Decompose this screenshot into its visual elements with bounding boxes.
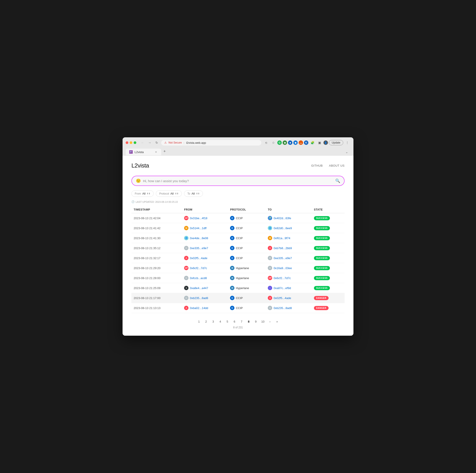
tab-close-button[interactable]: ✕ (154, 150, 158, 154)
from-address[interactable]: 0x5144...1dff (190, 227, 206, 230)
state-badge: SUCCESS (314, 226, 330, 230)
from-address[interactable]: 0xfccb...acd8 (190, 277, 207, 280)
from-address[interactable]: 0x02f5...4ade (190, 257, 207, 260)
from-address[interactable]: 0xba02...14dd (190, 306, 208, 310)
protocol-icon: C (230, 246, 235, 250)
site-logo[interactable]: L2vista (131, 162, 149, 169)
share-icon[interactable]: ⎋ (263, 140, 269, 146)
extension-diamond-icon[interactable]: ◆ (293, 140, 298, 145)
maximize-button[interactable] (134, 141, 136, 144)
from-cell: OP 0x31be...4f18 (182, 213, 228, 223)
tab-favicon: 🔍 (129, 150, 133, 154)
page-last[interactable]: » (274, 318, 280, 325)
tab-menu-button[interactable]: ⌄ (343, 149, 350, 155)
state-cell: SUCCESS (312, 223, 345, 233)
to-cell: ⬡ 0xe335...e9e7 (266, 253, 311, 263)
profile-icon[interactable]: 👤 (323, 140, 328, 145)
from-address[interactable]: 0x31be...4f18 (190, 216, 207, 220)
protocol-name: Hyperlane (236, 286, 249, 290)
to-address[interactable]: 0xb7b8...2bb9 (273, 246, 292, 250)
about-us-link[interactable]: ABOUT US (329, 164, 345, 167)
back-button[interactable]: ← (140, 140, 145, 145)
address-url[interactable]: l2vista.web.app (186, 141, 206, 145)
to-address[interactable]: 0x6cf2...7d7c (273, 277, 291, 280)
to-address[interactable]: 0xf61a...9f74 (273, 236, 290, 240)
to-cell: A 0xb7b8...2bb9 (266, 243, 311, 253)
from-address[interactable]: 0xe335...e9e7 (190, 246, 208, 250)
from-address[interactable]: 0x6cf2...7d7c (190, 266, 207, 270)
extension-google-icon[interactable]: G (277, 140, 282, 145)
close-button[interactable] (126, 141, 128, 144)
page-1[interactable]: 1 (196, 318, 202, 325)
protocol-cell: H Hyperlane (228, 273, 266, 283)
puzzle-icon[interactable]: 🧩 (309, 140, 315, 146)
search-input[interactable]: Hi, how can I assist you today? (143, 179, 333, 183)
to-address[interactable]: 0xe335...e9e7 (273, 257, 292, 260)
extension-blue-icon[interactable]: ■ (288, 140, 292, 145)
protocol-name: CCIP (236, 306, 243, 310)
search-button[interactable]: 🔍 (335, 178, 340, 183)
forward-button[interactable]: → (147, 140, 152, 145)
protocol-cell: C CCIP (228, 293, 266, 303)
state-badge: SUCCESS (314, 276, 330, 280)
from-address[interactable]: 0xb235...8ad8 (190, 296, 208, 300)
extension-k-icon[interactable]: K (304, 140, 308, 145)
to-address[interactable]: 0x82d0...6ee9 (273, 227, 292, 230)
minimize-button[interactable] (130, 141, 132, 144)
from-address[interactable]: 0xe4de...8e08 (190, 236, 208, 240)
active-tab[interactable]: 🔍 L2vista ✕ (126, 149, 161, 155)
page-2[interactable]: 2 (203, 318, 209, 325)
github-link[interactable]: GITHUB (311, 164, 323, 167)
page-info: 8 of 231 (233, 326, 243, 329)
protocol-name: CCIP (236, 296, 243, 300)
extension-fox-icon[interactable]: 🦊 (299, 140, 303, 145)
to-address[interactable]: 0x02f5...4ade (273, 296, 291, 300)
from-address[interactable]: 0xa8e4...a447 (190, 286, 208, 290)
page-4[interactable]: 4 (217, 318, 223, 325)
protocol-filter[interactable]: Protocol All ⬆⬇ (156, 190, 182, 197)
protocol-cell: C CCIP (228, 233, 266, 243)
protocol-cell: C CCIP (228, 253, 266, 263)
to-address[interactable]: 0xb235...8ad8 (273, 306, 292, 310)
from-filter[interactable]: From All ⬆⬇ (131, 190, 154, 197)
page-8[interactable]: 8 (246, 318, 252, 325)
from-cell: M 0x5144...1dff (182, 223, 228, 233)
page-9[interactable]: 9 (253, 318, 259, 325)
page-6[interactable]: 6 (231, 318, 238, 325)
menu-icon[interactable]: ⋮ (344, 140, 350, 146)
from-cell: ⬡ 0xfccb...acd8 (182, 273, 228, 283)
update-button[interactable]: Update (329, 140, 343, 145)
search-bar: 🙂 Hi, how can I assist you today? 🔍 (131, 176, 345, 186)
state-badge: SUCCESS (314, 266, 330, 270)
page-7[interactable]: 7 (238, 318, 245, 325)
page-5[interactable]: 5 (224, 318, 230, 325)
search-emoji: 🙂 (136, 178, 141, 183)
protocol-name: CCIP (236, 246, 243, 250)
to-filter-arrow: ⬆⬇ (196, 192, 200, 195)
from-cell: ⬡ 0xb235...8ad8 (182, 293, 228, 303)
state-badge: SUCCESS (314, 246, 330, 250)
to-address[interactable]: 0x16a9...03ee (273, 266, 292, 270)
page-content: L2vista GITHUB ABOUT US 🙂 Hi, how can I … (122, 156, 354, 336)
protocol-icon: H (230, 286, 235, 290)
browser-window: ← → ↻ ⚠ Not Secure | l2vista.web.app ⎋ ☆… (122, 137, 354, 336)
reload-button[interactable]: ↻ (154, 140, 159, 145)
to-address[interactable]: 0x402d...63fe (273, 216, 291, 220)
table-row: 2023-08-13 21:28:00 ⬡ 0xfccb...acd8 H Hy… (131, 273, 345, 283)
bookmark-icon[interactable]: ☆ (270, 140, 276, 146)
to-filter[interactable]: To All ⬆⬇ (184, 190, 203, 197)
security-warning-icon: ⚠ (164, 141, 167, 144)
protocol-filter-label: Protocol (159, 192, 169, 195)
from-icon: OP (184, 266, 188, 270)
new-tab-button[interactable]: + (161, 147, 168, 155)
page-next[interactable]: › (267, 318, 273, 325)
protocol-cell: C CCIP (228, 243, 266, 253)
to-address[interactable]: 0xa87c...ef9d (273, 286, 291, 290)
to-cell: A 0x02f5...4ade (266, 293, 311, 303)
to-icon: ~ (268, 286, 272, 290)
reading-mode-icon[interactable]: ▣ (316, 140, 323, 146)
page-3[interactable]: 3 (210, 318, 216, 325)
extension-green-icon[interactable]: ◆ (283, 140, 287, 145)
protocol-cell: C CCIP (228, 303, 266, 313)
page-10[interactable]: 10 (260, 318, 266, 325)
